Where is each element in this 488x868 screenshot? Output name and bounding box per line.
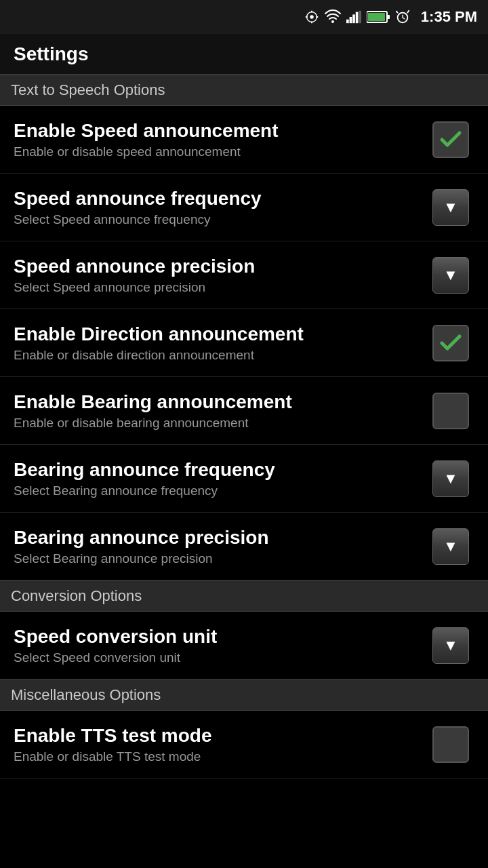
dropdown-arrow-speed-announce-precision: ▼ — [443, 268, 458, 283]
wifi-icon — [325, 9, 341, 24]
setting-title-speed-announce-precision: Speed announce precision — [14, 255, 427, 278]
setting-title-enable-direction-announcement: Enable Direction announcement — [14, 323, 427, 346]
page-title: Settings — [14, 43, 88, 65]
setting-subtitle-speed-conversion-unit: Select Speed conversion unit — [14, 650, 427, 665]
dropdown-arrow-speed-conversion-unit: ▼ — [443, 638, 458, 653]
setting-row-enable-bearing-announcement[interactable]: Enable Bearing announcementEnable or dis… — [0, 377, 488, 445]
gps-icon — [304, 9, 319, 24]
status-time: 1:35 PM — [421, 8, 477, 26]
setting-control-bearing-announce-precision[interactable]: ▼ — [427, 528, 474, 565]
setting-subtitle-speed-announce-frequency: Select Speed announce frequency — [14, 212, 427, 227]
dropdown-arrow-speed-announce-frequency: ▼ — [443, 200, 458, 215]
svg-rect-7 — [359, 11, 361, 23]
dropdown-btn-bearing-announce-frequency[interactable]: ▼ — [432, 460, 469, 497]
setting-title-enable-tts-test-mode: Enable TTS test mode — [14, 724, 427, 747]
setting-subtitle-enable-bearing-announcement: Enable or disable bearing announcement — [14, 416, 427, 431]
section-header-misc-options: Miscellaneous Options — [0, 679, 488, 711]
setting-content-bearing-announce-precision: Bearing announce precisionSelect Bearing… — [14, 526, 427, 567]
setting-content-speed-conversion-unit: Speed conversion unitSelect Speed conver… — [14, 625, 427, 666]
checkbox-unchecked-enable-tts-test-mode[interactable] — [432, 726, 469, 763]
checkmark-icon — [439, 127, 463, 152]
dropdown-arrow-bearing-announce-frequency: ▼ — [443, 471, 458, 486]
svg-rect-6 — [356, 12, 359, 23]
setting-row-bearing-announce-precision[interactable]: Bearing announce precisionSelect Bearing… — [0, 513, 488, 580]
setting-content-enable-speed-announcement: Enable Speed announcementEnable or disab… — [14, 119, 427, 160]
setting-title-speed-announce-frequency: Speed announce frequency — [14, 187, 427, 210]
setting-title-speed-conversion-unit: Speed conversion unit — [14, 625, 427, 648]
setting-control-enable-speed-announcement[interactable] — [427, 121, 474, 158]
dropdown-arrow-bearing-announce-precision: ▼ — [443, 539, 458, 554]
checkbox-unchecked-enable-bearing-announcement[interactable] — [432, 393, 469, 429]
svg-rect-5 — [352, 14, 355, 23]
dropdown-btn-speed-conversion-unit[interactable]: ▼ — [432, 627, 469, 664]
section-header-text-tts-options: Text to Speech Options — [11, 81, 165, 99]
setting-control-enable-tts-test-mode[interactable] — [427, 726, 474, 763]
setting-row-speed-announce-precision[interactable]: Speed announce precisionSelect Speed ann… — [0, 241, 488, 309]
setting-content-enable-tts-test-mode: Enable TTS test modeEnable or disable TT… — [14, 724, 427, 765]
setting-row-bearing-announce-frequency[interactable]: Bearing announce frequencySelect Bearing… — [0, 445, 488, 513]
checkbox-checked-enable-direction-announcement[interactable] — [432, 325, 469, 361]
title-bar: Settings — [0, 34, 488, 75]
svg-point-0 — [310, 15, 314, 19]
svg-rect-9 — [387, 15, 390, 19]
section-header-tts-options: Text to Speech Options — [0, 75, 488, 106]
svg-rect-3 — [346, 20, 349, 23]
setting-row-enable-speed-announcement[interactable]: Enable Speed announcementEnable or disab… — [0, 106, 488, 174]
alarm-icon — [395, 9, 410, 24]
battery-icon — [367, 10, 390, 24]
setting-row-enable-tts-test-mode[interactable]: Enable TTS test modeEnable or disable TT… — [0, 711, 488, 778]
setting-content-speed-announce-precision: Speed announce precisionSelect Speed ann… — [14, 255, 427, 296]
setting-content-bearing-announce-frequency: Bearing announce frequencySelect Bearing… — [14, 458, 427, 499]
setting-title-bearing-announce-precision: Bearing announce precision — [14, 526, 427, 549]
setting-row-enable-direction-announcement[interactable]: Enable Direction announcementEnable or d… — [0, 309, 488, 377]
setting-control-enable-bearing-announcement[interactable] — [427, 393, 474, 429]
settings-container: Text to Speech OptionsEnable Speed annou… — [0, 75, 488, 778]
setting-control-bearing-announce-frequency[interactable]: ▼ — [427, 460, 474, 497]
checkmark-icon — [439, 331, 463, 355]
setting-subtitle-bearing-announce-frequency: Select Bearing announce frequency — [14, 484, 427, 498]
setting-row-speed-conversion-unit[interactable]: Speed conversion unitSelect Speed conver… — [0, 612, 488, 679]
checkbox-checked-enable-speed-announcement[interactable] — [432, 121, 469, 158]
setting-control-enable-direction-announcement[interactable] — [427, 325, 474, 361]
setting-subtitle-bearing-announce-precision: Select Bearing announce precision — [14, 551, 427, 566]
setting-title-enable-bearing-announcement: Enable Bearing announcement — [14, 391, 427, 414]
status-icons — [304, 9, 410, 24]
setting-title-enable-speed-announcement: Enable Speed announcement — [14, 119, 427, 142]
setting-control-speed-conversion-unit[interactable]: ▼ — [427, 627, 474, 664]
svg-point-2 — [331, 20, 334, 23]
setting-subtitle-enable-tts-test-mode: Enable or disable TTS test mode — [14, 749, 427, 764]
svg-rect-10 — [368, 13, 385, 21]
section-header-text-misc-options: Miscellaneous Options — [11, 686, 161, 704]
dropdown-btn-bearing-announce-precision[interactable]: ▼ — [432, 528, 469, 565]
section-header-conversion-options: Conversion Options — [0, 580, 488, 612]
setting-title-bearing-announce-frequency: Bearing announce frequency — [14, 458, 427, 481]
setting-content-speed-announce-frequency: Speed announce frequencySelect Speed ann… — [14, 187, 427, 228]
dropdown-btn-speed-announce-precision[interactable]: ▼ — [432, 257, 469, 294]
setting-content-enable-direction-announcement: Enable Direction announcementEnable or d… — [14, 323, 427, 363]
dropdown-btn-speed-announce-frequency[interactable]: ▼ — [432, 189, 469, 226]
setting-subtitle-speed-announce-precision: Select Speed announce precision — [14, 280, 427, 295]
setting-content-enable-bearing-announcement: Enable Bearing announcementEnable or dis… — [14, 391, 427, 431]
setting-subtitle-enable-direction-announcement: Enable or disable direction announcement — [14, 348, 427, 363]
setting-control-speed-announce-frequency[interactable]: ▼ — [427, 189, 474, 226]
section-header-text-conversion-options: Conversion Options — [11, 587, 142, 605]
setting-row-speed-announce-frequency[interactable]: Speed announce frequencySelect Speed ann… — [0, 174, 488, 241]
setting-subtitle-enable-speed-announcement: Enable or disable speed announcement — [14, 144, 427, 159]
signal-icon — [346, 9, 361, 24]
setting-control-speed-announce-precision[interactable]: ▼ — [427, 257, 474, 294]
status-bar: 1:35 PM — [0, 0, 488, 34]
svg-rect-4 — [349, 17, 352, 23]
